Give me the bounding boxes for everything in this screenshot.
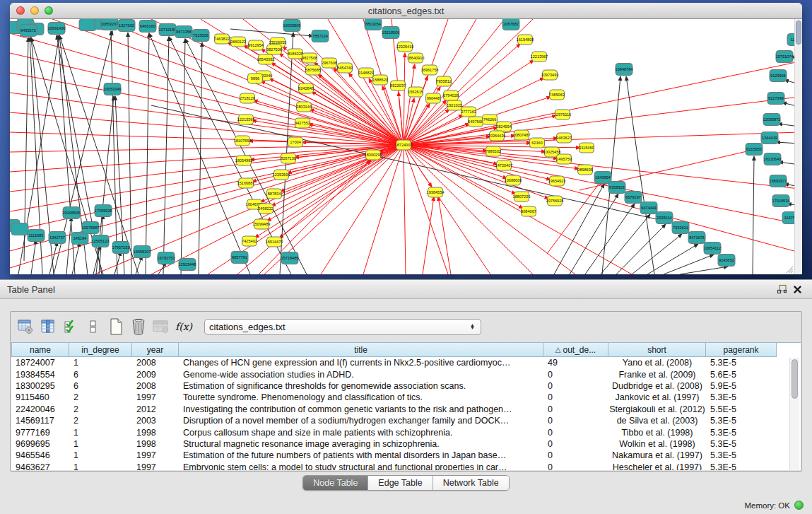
graph-node[interactable]: 14720407 — [495, 160, 513, 170]
graph-node[interactable]: 20206505 — [63, 207, 81, 219]
graph-node[interactable]: 7485063 — [549, 90, 565, 100]
graph-node[interactable]: 9435572 — [20, 25, 37, 37]
delete-icon[interactable] — [129, 317, 148, 336]
graph-node[interactable]: 10719185 — [159, 24, 177, 36]
graph-node[interactable] — [11, 223, 28, 235]
graph-node[interactable]: 746266 — [483, 115, 498, 124]
zoom-window-icon[interactable] — [45, 6, 53, 15]
table-row[interactable]: 1938455462009Genome-wide association stu… — [11, 368, 801, 380]
graph-node[interactable]: 9115460 — [579, 143, 594, 153]
graph-node[interactable]: 10688609 — [505, 175, 522, 185]
graph-node[interactable]: 3777163 — [461, 107, 476, 117]
graph-node[interactable]: 12213967 — [531, 52, 548, 62]
network-canvas[interactable]: 1872400774638229660123991295423226055982… — [10, 19, 802, 274]
graph-node[interactable]: 10653267 — [101, 19, 119, 30]
graph-node[interactable]: 6497568 — [468, 117, 483, 127]
graph-node[interactable]: 10807487 — [513, 130, 531, 140]
graph-node[interactable]: 9129966 — [770, 70, 787, 82]
graph-node[interactable]: 1342737 — [49, 232, 66, 244]
graph-node[interactable]: 9245652 — [718, 255, 735, 267]
select-checks-icon[interactable] — [61, 317, 80, 336]
graph-node[interactable]: 1495759 — [556, 154, 572, 164]
column-header-short[interactable]: short — [608, 343, 706, 357]
table-row[interactable]: 2242004622012Investigating the contribut… — [11, 404, 801, 415]
table-row[interactable]: 946362711997Embryonic stem cells: a mode… — [11, 462, 801, 470]
graph-node[interactable]: 12975115 — [554, 110, 571, 119]
graph-node[interactable]: 15892971 — [770, 175, 787, 187]
graph-node[interactable]: 18724007 — [395, 140, 413, 150]
graph-node[interactable]: 16958107 — [134, 246, 151, 258]
tab-network-table[interactable]: Network Table — [433, 476, 509, 490]
graph-node[interactable]: 10654112 — [704, 243, 721, 255]
table-settings-icon[interactable] — [16, 317, 35, 336]
graph-node[interactable]: 62160 — [530, 138, 545, 148]
graph-node[interactable]: 1115683 — [28, 230, 45, 242]
graph-node[interactable]: 9827508 — [302, 53, 317, 63]
column-header-pagerank[interactable]: pagerank — [706, 343, 777, 357]
graph-node[interactable]: 3498222 — [258, 204, 273, 214]
graph-node[interactable]: 2803144 — [296, 102, 312, 112]
minimize-window-icon[interactable] — [30, 6, 39, 15]
graph-node[interactable]: 20053346 — [104, 83, 122, 95]
graph-node[interactable]: 7515526 — [192, 30, 209, 42]
window-titlebar[interactable]: citations_edges.txt — [10, 3, 802, 19]
table-row[interactable]: 969969511998Structural magnetic resonanc… — [11, 438, 801, 450]
graph-node[interactable]: 18543382 — [257, 54, 275, 64]
graph-node[interactable]: 8215955 — [746, 144, 763, 156]
graph-node[interactable]: 10973493 — [541, 70, 559, 80]
table-row[interactable]: 977716911998Corpus callosum shape and si… — [11, 426, 801, 438]
graph-node[interactable]: 18640910 — [407, 53, 425, 63]
graph-node[interactable]: 6466160 — [139, 21, 156, 33]
column-header-title[interactable]: title — [179, 343, 543, 357]
table-row[interactable]: 911546021997Tourette syndrome. Phenomeno… — [11, 392, 801, 403]
column-header-in_degree[interactable]: in_degree — [69, 343, 132, 357]
graph-node[interactable]: 6794028 — [443, 90, 459, 100]
graph-node[interactable]: 8267130 — [281, 153, 296, 163]
graph-node[interactable]: 9896 — [248, 74, 263, 83]
graph-node[interactable]: 7932621 — [672, 222, 689, 234]
column-header-out_de[interactable]: △out_de... — [543, 343, 608, 357]
graph-node[interactable]: 9827506 — [266, 45, 282, 54]
column-header-year[interactable]: year — [132, 343, 179, 357]
tab-node-table[interactable]: Node Table — [303, 476, 368, 490]
graph-node[interactable]: 1562615 — [408, 87, 423, 97]
graph-node[interactable]: 18807293 — [513, 192, 531, 201]
graph-node[interactable]: 8471676 — [688, 232, 705, 244]
graph-node[interactable]: 17016534 — [772, 195, 790, 207]
graph-node[interactable]: 18054982 — [235, 156, 253, 165]
graph-node[interactable]: 9463627 — [556, 133, 572, 143]
graph-node[interactable]: 5875685 — [305, 65, 321, 75]
graph-node[interactable]: 15099489 — [253, 219, 271, 229]
graph-node[interactable]: 9660123 — [230, 37, 246, 47]
close-panel-icon[interactable] — [789, 283, 805, 296]
graph-node[interactable]: 9912954 — [248, 40, 264, 50]
graph-node[interactable]: 9146821 — [358, 68, 374, 78]
graph-node[interactable]: 6679197 — [625, 192, 642, 204]
graph-node[interactable]: 145194 — [71, 233, 88, 245]
graph-node[interactable]: 19654923 — [548, 176, 566, 186]
graph-node[interactable]: 990448 — [426, 93, 441, 103]
column-header-name[interactable]: name — [11, 343, 69, 357]
graph-node[interactable]: 7955812 — [436, 76, 452, 86]
graph-node[interactable]: 19756928 — [546, 196, 564, 206]
graph-node[interactable]: 12923448 — [179, 259, 196, 271]
graph-node[interactable]: 7463822 — [214, 34, 230, 44]
graph-node[interactable]: 18300295 — [365, 150, 382, 160]
graph-node[interactable]: 8358923 — [608, 182, 625, 194]
graph-node[interactable]: 8813054 — [365, 19, 382, 30]
graph-node[interactable]: 16210643 — [764, 153, 782, 165]
graph-node[interactable]: 18107554 — [234, 136, 252, 146]
graph-node[interactable]: 16914479 — [266, 237, 283, 247]
graph-node[interactable]: 2967608 — [322, 58, 337, 68]
graph-vertical-scrollbar[interactable] — [794, 19, 802, 274]
function-builder-icon[interactable]: f(x) — [175, 317, 193, 336]
graph-node[interactable]: 9857791 — [231, 252, 248, 264]
graph-node[interactable]: 19384554 — [427, 187, 445, 197]
graph-node[interactable]: 887834 — [267, 189, 282, 199]
graph-node[interactable]: 16961758 — [421, 65, 439, 75]
graph-node[interactable]: 9474444 — [640, 202, 657, 214]
graph-node[interactable] — [79, 19, 96, 31]
graph-node[interactable]: 8186328 — [288, 49, 303, 59]
graph-node[interactable]: 17004 — [288, 137, 303, 147]
table-vertical-scrollbar[interactable] — [789, 358, 799, 470]
